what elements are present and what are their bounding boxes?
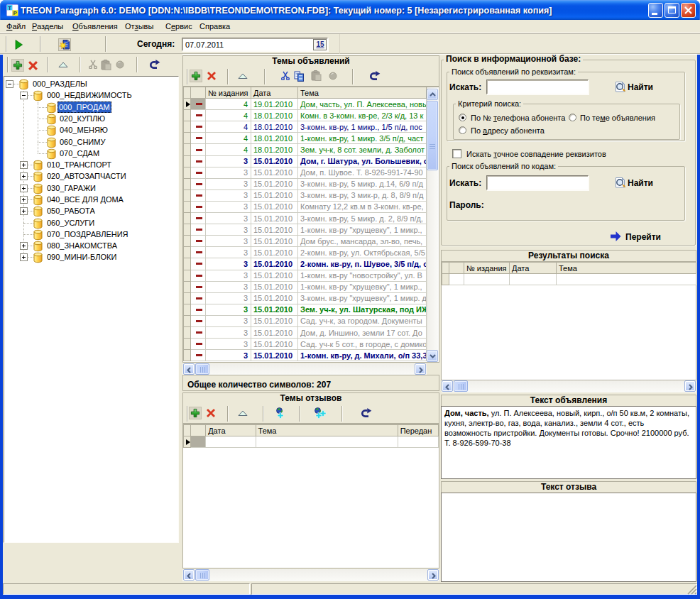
svg-text:T: T (8, 5, 11, 11)
svg-text:P: P (13, 10, 18, 16)
